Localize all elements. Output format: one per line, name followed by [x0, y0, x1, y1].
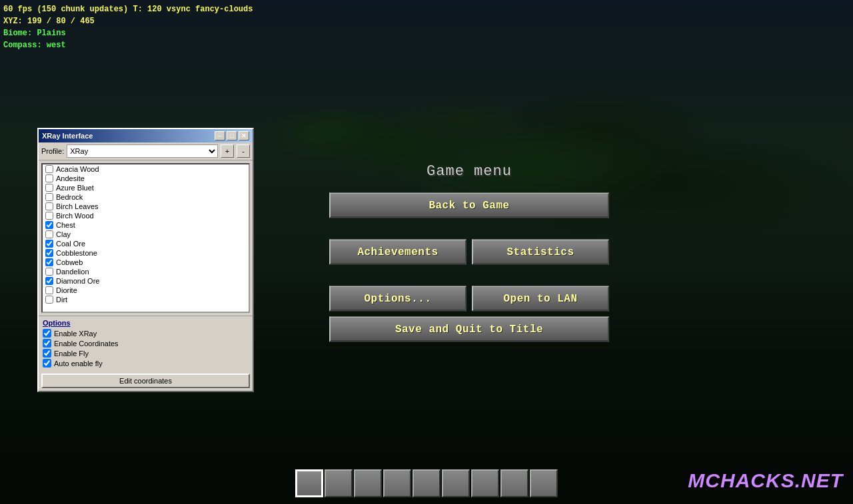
- list-item[interactable]: Azure Bluet: [43, 183, 249, 192]
- block-name: Birch Wood: [56, 212, 94, 220]
- xray-options-section: Options Enable XRayEnable CoordinatesEna…: [39, 316, 253, 371]
- xray-toolbar: Profile: XRay + -: [39, 142, 253, 160]
- list-item[interactable]: Birch Wood: [43, 211, 249, 220]
- compass-line: Compass: west: [3, 39, 253, 51]
- hotbar-slot[interactable]: [354, 469, 382, 497]
- block-name: Cobblestone: [56, 249, 97, 257]
- hotbar-slot[interactable]: [442, 469, 470, 497]
- maximize-button[interactable]: □: [227, 131, 237, 140]
- option-item[interactable]: Auto enable fly: [43, 358, 249, 368]
- option-item[interactable]: Enable Coordinates: [43, 338, 249, 348]
- options-button[interactable]: Options...: [329, 286, 466, 311]
- list-item[interactable]: Acacia Wood: [43, 164, 249, 174]
- list-item[interactable]: Dirt: [43, 295, 249, 304]
- hotbar-slot[interactable]: [471, 469, 499, 497]
- block-name: Cobweb: [56, 258, 83, 266]
- list-item[interactable]: Chest: [43, 220, 249, 230]
- back-to-game-button[interactable]: Back to Game: [329, 192, 609, 218]
- profile-label: Profile:: [41, 147, 64, 155]
- block-name: Clay: [56, 230, 71, 238]
- list-item[interactable]: Cobweb: [43, 258, 249, 267]
- list-item[interactable]: Clay: [43, 230, 249, 239]
- list-item[interactable]: Diorite: [43, 286, 249, 295]
- hotbar: [295, 469, 558, 497]
- block-name: Birch Leaves: [56, 202, 99, 210]
- option-label: Enable Fly: [54, 350, 89, 358]
- block-name: Coal Ore: [56, 240, 85, 248]
- close-button[interactable]: ✕: [239, 131, 249, 140]
- list-item[interactable]: Andesite: [43, 174, 249, 183]
- xyz-line: XYZ: 199 / 80 / 465: [3, 15, 253, 27]
- list-item[interactable]: Dandelion: [43, 267, 249, 276]
- xray-block-list[interactable]: Acacia WoodAndesiteAzure BluetBedrockBir…: [41, 163, 250, 313]
- hotbar-slot[interactable]: [530, 469, 558, 497]
- remove-profile-button[interactable]: -: [237, 144, 250, 158]
- xray-titlebar: XRay Interface ─ □ ✕: [39, 129, 253, 142]
- block-name: Acacia Wood: [56, 165, 99, 173]
- block-name: Andesite: [56, 174, 85, 182]
- game-menu: Game menu Back to Game Achievements Stat…: [329, 162, 609, 342]
- save-and-quit-button[interactable]: Save and Quit to Title: [329, 316, 609, 342]
- game-menu-title: Game menu: [426, 162, 512, 179]
- edit-coordinates-button[interactable]: Edit coordinates: [41, 374, 250, 388]
- achievements-button[interactable]: Achievements: [329, 239, 466, 264]
- option-item[interactable]: Enable XRay: [43, 328, 249, 338]
- option-label: Enable XRay: [54, 330, 97, 338]
- hotbar-slot[interactable]: [383, 469, 411, 497]
- xray-title: XRay Interface: [42, 132, 93, 140]
- option-item[interactable]: Enable Fly: [43, 348, 249, 358]
- options-lan-row: Options... Open to LAN: [329, 286, 609, 311]
- biome-line: Biome: Plains: [3, 27, 253, 39]
- block-name: Diamond Ore: [56, 277, 99, 285]
- list-item[interactable]: Bedrock: [43, 192, 249, 202]
- hotbar-slot[interactable]: [295, 469, 323, 497]
- hud: 60 fps (150 chunk updates) T: 120 vsync …: [3, 3, 253, 51]
- xray-panel: XRay Interface ─ □ ✕ Profile: XRay + - A…: [37, 128, 254, 392]
- block-name: Bedrock: [56, 193, 83, 201]
- statistics-button[interactable]: Statistics: [472, 239, 609, 264]
- list-item[interactable]: Birch Leaves: [43, 202, 249, 211]
- hotbar-slot[interactable]: [500, 469, 528, 497]
- fps-line: 60 fps (150 chunk updates) T: 120 vsync …: [3, 3, 253, 15]
- minimize-button[interactable]: ─: [215, 131, 225, 140]
- option-label: Auto enable fly: [54, 360, 103, 368]
- block-name: Dandelion: [56, 268, 89, 276]
- profile-select[interactable]: XRay: [67, 144, 218, 158]
- option-label: Enable Coordinates: [54, 340, 119, 348]
- block-name: Diorite: [56, 286, 77, 294]
- block-name: Azure Bluet: [56, 184, 94, 192]
- list-item[interactable]: Diamond Ore: [43, 276, 249, 286]
- options-section-title: Options: [43, 319, 249, 327]
- hotbar-slot[interactable]: [325, 469, 353, 497]
- xray-titlebar-controls: ─ □ ✕: [215, 131, 249, 140]
- block-name: Dirt: [56, 296, 67, 304]
- hotbar-slot[interactable]: [413, 469, 440, 497]
- achievements-stats-row: Achievements Statistics: [329, 239, 609, 264]
- open-to-lan-button[interactable]: Open to LAN: [472, 286, 609, 311]
- add-profile-button[interactable]: +: [221, 144, 234, 158]
- watermark: MCHACKS.NET: [688, 469, 843, 492]
- list-item[interactable]: Cobblestone: [43, 248, 249, 258]
- block-name: Chest: [56, 221, 75, 229]
- list-item[interactable]: Coal Ore: [43, 239, 249, 248]
